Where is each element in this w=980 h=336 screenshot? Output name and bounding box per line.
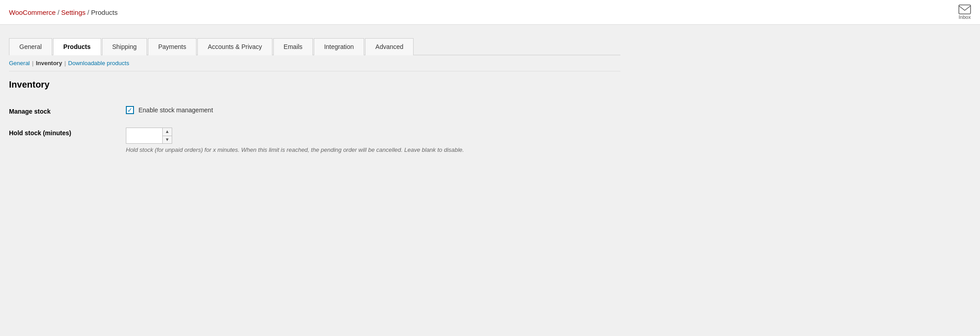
tab-products[interactable]: Products: [53, 38, 101, 55]
breadcrumb-woocommerce[interactable]: WooCommerce: [9, 9, 56, 16]
tabs-container: General Products Shipping Payments Accou…: [9, 38, 620, 55]
tabs: General Products Shipping Payments Accou…: [9, 38, 620, 55]
hold-stock-label: Hold stock (minutes): [9, 128, 126, 137]
breadcrumb-sep1: /: [58, 9, 59, 16]
sub-nav: General | Inventory | Downloadable produ…: [9, 55, 620, 71]
tab-emails[interactable]: Emails: [273, 38, 313, 55]
subnav-inventory: Inventory: [36, 60, 62, 66]
subnav-divider-1: |: [32, 60, 33, 66]
hold-stock-spinners: ▲ ▼: [162, 128, 172, 143]
manage-stock-control: ✓ Enable stock management: [126, 106, 620, 114]
tab-advanced[interactable]: Advanced: [365, 38, 414, 55]
section-title: Inventory: [9, 80, 620, 90]
main-content: General Products Shipping Payments Accou…: [0, 25, 629, 168]
inbox-button[interactable]: Inbox: [958, 4, 971, 20]
top-bar: WooCommerce / Settings / Products Inbox: [0, 0, 980, 25]
hold-stock-increment[interactable]: ▲: [163, 128, 172, 136]
subnav-divider-2: |: [64, 60, 66, 66]
hold-stock-input[interactable]: [126, 128, 162, 143]
breadcrumb-settings[interactable]: Settings: [61, 9, 85, 16]
manage-stock-checkbox[interactable]: ✓: [126, 106, 134, 114]
tab-general[interactable]: General: [9, 38, 52, 55]
tab-integration[interactable]: Integration: [314, 38, 364, 55]
breadcrumb: WooCommerce / Settings / Products: [9, 9, 118, 16]
tab-accounts-privacy[interactable]: Accounts & Privacy: [197, 38, 272, 55]
tab-shipping[interactable]: Shipping: [102, 38, 147, 55]
hold-stock-help: Hold stock (for unpaid orders) for x min…: [126, 146, 620, 153]
hold-stock-decrement[interactable]: ▼: [163, 136, 172, 144]
inbox-icon: [958, 4, 971, 14]
manage-stock-checkbox-label: Enable stock management: [138, 106, 213, 114]
manage-stock-label: Manage stock: [9, 106, 126, 115]
inbox-label: Inbox: [959, 14, 971, 20]
hold-stock-control: ▲ ▼ Hold stock (for unpaid orders) for x…: [126, 128, 620, 153]
manage-stock-row: Manage stock ✓ Enable stock management: [9, 100, 620, 121]
subnav-general[interactable]: General: [9, 60, 30, 66]
tab-payments[interactable]: Payments: [148, 38, 196, 55]
breadcrumb-current: Products: [91, 9, 117, 16]
hold-stock-row: Hold stock (minutes) ▲ ▼ Hold stock (for…: [9, 121, 620, 159]
checkbox-checkmark: ✓: [127, 107, 133, 113]
breadcrumb-sep2: /: [87, 9, 89, 16]
subnav-downloadable[interactable]: Downloadable products: [68, 60, 129, 66]
svg-rect-0: [959, 5, 971, 14]
hold-stock-input-wrap: ▲ ▼: [126, 128, 172, 144]
manage-stock-checkbox-row: ✓ Enable stock management: [126, 106, 620, 114]
